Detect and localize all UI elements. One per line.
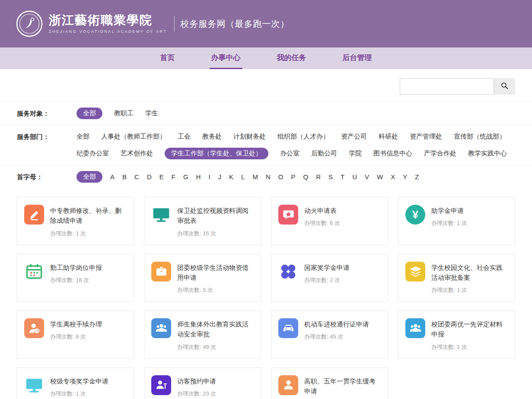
service-title: 动火申请表 — [304, 206, 340, 215]
service-count: 办理次数: 8 次 — [50, 333, 102, 341]
department-option[interactable]: 教学实践中心 — [468, 148, 507, 159]
department-option[interactable]: 纪委办公室 — [76, 148, 109, 159]
department-label: 服务部门： — [17, 131, 76, 141]
service-title: 机动车进校通行证申请 — [304, 319, 369, 329]
letter-option[interactable]: B — [122, 171, 127, 182]
search-button[interactable] — [494, 78, 515, 95]
service-card[interactable]: 中专教师修改、补录、删除成绩申请办理次数: 1 次 — [17, 197, 134, 245]
letter-option[interactable]: H — [196, 171, 201, 182]
letter-option[interactable]: N — [266, 171, 271, 182]
school-subtitle: ZHEJIANG VOCATIONAL ACADEMY OF ART — [49, 29, 167, 34]
letter-option[interactable]: I — [208, 171, 210, 182]
service-title: 师生集体外出教育实践活动安全审批 — [177, 319, 254, 339]
service-card[interactable]: 校级专项奖学金申请办理次数: 1 次 — [17, 367, 134, 399]
department-option[interactable]: 后勤公司 — [311, 148, 337, 159]
service-card[interactable]: 访客预约申请办理次数: 23 次 — [144, 367, 261, 399]
letter-option[interactable]: R — [316, 171, 321, 182]
service-card[interactable]: 学生离校手续办理办理次数: 8 次 — [17, 310, 134, 359]
letter-option[interactable]: P — [291, 171, 295, 182]
letter-option[interactable]: S — [328, 171, 333, 182]
search-input[interactable] — [400, 78, 494, 95]
department-option[interactable]: 图书信息中心 — [373, 148, 412, 159]
department-option[interactable]: 产学合作处 — [424, 148, 456, 159]
service-title: 访客预约申请 — [177, 376, 216, 386]
calendar-icon — [24, 262, 44, 282]
person-clock-icon — [24, 318, 44, 338]
letter-option[interactable]: J — [218, 171, 222, 182]
letter-option[interactable]: O — [278, 171, 284, 182]
service-card[interactable]: 校团委两优一先评定材料申报办理次数: 1 次 — [398, 310, 515, 359]
department-option[interactable]: 计划财务处 — [233, 131, 266, 142]
monitor-icon — [24, 375, 44, 395]
pen-icon — [24, 205, 44, 225]
service-target-option[interactable]: 全部 — [76, 108, 102, 119]
service-count: 办理次数: 15 次 — [177, 230, 254, 238]
department-option[interactable]: 工会 — [178, 131, 191, 142]
letter-option[interactable]: U — [352, 171, 357, 182]
service-card[interactable]: 高职、五年一贯学生缓考申请办理次数: 2 次 — [271, 367, 388, 399]
service-card[interactable]: 学生校园文化、社会实践活动审批备案办理次数: 1 次 — [398, 254, 515, 302]
letter-option[interactable]: Q — [303, 171, 308, 182]
letter-option[interactable]: F — [172, 171, 175, 182]
service-target-option[interactable]: 教职工 — [114, 108, 134, 119]
letter-option[interactable]: C — [134, 171, 139, 182]
service-count: 办理次数: 6 次 — [304, 219, 340, 227]
service-count: 办理次数: 2 次 — [304, 276, 350, 284]
header: 浙江藝術職業學院 ZHEJIANG VOCATIONAL ACADEMY OF … — [0, 0, 532, 48]
service-card[interactable]: ¥助学金申请办理次数: 1 次 — [398, 197, 515, 245]
service-target-option[interactable]: 学生 — [145, 108, 158, 119]
letter-option[interactable]: V — [365, 171, 369, 182]
service-card[interactable]: 勤工助学岗位申报办理次数: 16 次 — [17, 254, 134, 302]
letter-option[interactable]: D — [147, 171, 152, 182]
letter-option[interactable]: A — [110, 171, 115, 182]
department-option[interactable]: 组织部（人才办） — [277, 131, 329, 142]
filter-service-target: 服务对象： 全部教职工学生 — [0, 101, 532, 125]
service-card[interactable]: 机动车进校通行证申请办理次数: 45 次 — [271, 310, 388, 359]
letter-option[interactable]: T — [341, 171, 344, 182]
service-card[interactable]: 师生集体外出教育实践活动安全审批办理次数: 49 次 — [144, 310, 261, 359]
department-option[interactable]: 资产管理处 — [410, 131, 442, 142]
department-option[interactable]: 学院 — [349, 148, 362, 159]
service-title: 团委校级学生活动物资借用申请 — [177, 263, 254, 283]
letter-option[interactable]: M — [252, 171, 258, 182]
department-option[interactable]: 艺术创作处 — [121, 148, 153, 159]
department-option[interactable]: 办公室 — [280, 148, 299, 159]
target-options: 全部教职工学生 — [76, 108, 158, 119]
search-icon — [500, 82, 509, 91]
people-icon — [405, 318, 425, 338]
department-option[interactable]: 学生工作部（学生处、保卫处） — [165, 148, 268, 159]
letter-option[interactable]: G — [183, 171, 188, 182]
letter-option[interactable]: E — [159, 171, 164, 182]
service-count: 办理次数: 16 次 — [50, 276, 102, 284]
letter-option[interactable]: L — [241, 171, 245, 182]
letter-option[interactable]: Y — [403, 171, 407, 182]
letter-option[interactable]: W — [377, 171, 383, 182]
service-title: 学生校园文化、社会实践活动审批备案 — [431, 263, 508, 283]
service-title: 高职、五年一贯学生缓考申请 — [304, 376, 381, 396]
people-icon — [151, 318, 171, 338]
service-title: 保卫处监控视频资料调阅审批表 — [177, 206, 254, 226]
service-card[interactable]: 国家奖学金申请办理次数: 2 次 — [271, 254, 388, 302]
search-row — [0, 69, 532, 101]
nav-item-home[interactable]: 首页 — [159, 48, 177, 69]
department-option[interactable]: 科研处 — [379, 131, 398, 142]
service-card[interactable]: 保卫处监控视频资料调阅审批表办理次数: 15 次 — [144, 197, 261, 245]
department-option[interactable]: 教务处 — [202, 131, 222, 142]
letter-option[interactable]: 全部 — [76, 171, 102, 183]
department-option[interactable]: 人事处（教师工作部） — [101, 131, 166, 142]
nav-item-admin[interactable]: 后台管理 — [341, 48, 374, 69]
car-icon — [278, 318, 298, 338]
letter-options: 全部ABCDEFGHIJKLMNOPQRSTUVWXYZ — [76, 171, 419, 183]
letter-option[interactable]: Z — [415, 171, 419, 182]
service-count: 办理次数: 1 次 — [50, 230, 127, 238]
department-option[interactable]: 宣传部（统战部） — [454, 131, 506, 142]
service-card[interactable]: 团委校级学生活动物资借用申请办理次数: 5 次 — [144, 254, 261, 302]
department-option[interactable]: 全部 — [76, 131, 89, 142]
nav-item-service-center[interactable]: 办事中心 — [210, 48, 242, 69]
department-option[interactable]: 资产公司 — [341, 131, 367, 142]
letter-option[interactable]: X — [391, 171, 395, 182]
service-card[interactable]: 动火申请表办理次数: 6 次 — [271, 197, 388, 245]
letter-option[interactable]: K — [229, 171, 233, 182]
person-icon — [278, 375, 298, 395]
nav-item-my-tasks[interactable]: 我的任务 — [275, 48, 308, 69]
